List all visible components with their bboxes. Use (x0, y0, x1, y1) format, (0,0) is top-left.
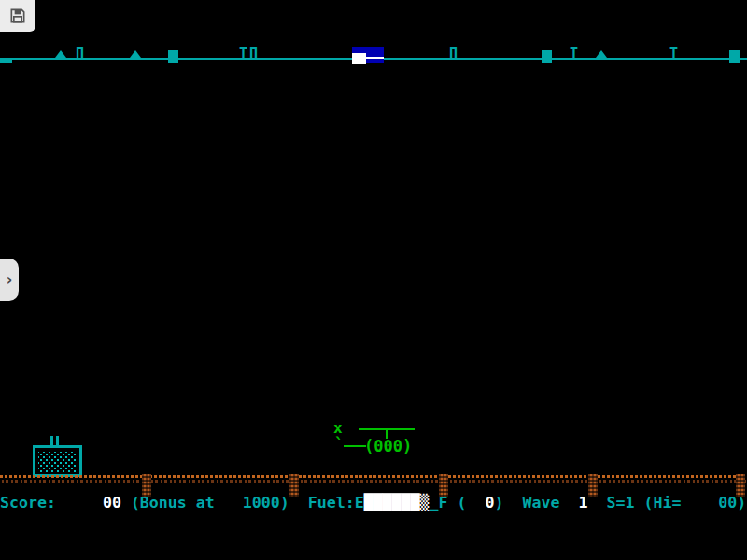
minimap-item-square (168, 50, 178, 63)
sidebar-toggle-button[interactable]: › (0, 259, 19, 301)
minimap-item-square (542, 50, 552, 63)
status-segment: 0 (486, 494, 495, 511)
minimap-item-pillars: Π (449, 47, 458, 60)
floppy-disk-icon (8, 7, 27, 25)
chevron-right-icon: › (7, 271, 13, 288)
status-segment: 1 (578, 494, 587, 511)
minimap-item-pillars: Π (76, 47, 84, 60)
save-button[interactable] (0, 0, 35, 32)
helicopter-tail-boom (344, 445, 366, 447)
helicopter-tail: ` (334, 435, 344, 454)
minimap-item-tee: T (239, 47, 247, 60)
status-segment: S=1 (Hi= 00) (587, 494, 746, 511)
minimap-item-tee: T (669, 47, 678, 60)
dos-game-screen[interactable]: ΠTΠΠTT x ` (000) Score: 00 (Bonus at 100… (0, 0, 747, 560)
status-segment: ) Wave (495, 494, 579, 511)
helicopter-body: (000) (364, 437, 412, 455)
minimap-terrain-line-stub (0, 58, 12, 63)
minimap-strip: ΠTΠΠTT (0, 0, 747, 75)
status-segment: _F ( (430, 494, 486, 511)
status-segment: (Bonus at 1000) Fuel:E (121, 494, 364, 511)
status-segment: ██████ (364, 494, 420, 511)
status-segment: 00 (103, 494, 121, 511)
minimap-player-marker (352, 53, 366, 64)
status-segment: Score: (0, 494, 103, 511)
minimap-item-square (729, 50, 740, 63)
minimap-item-triangle (55, 50, 66, 58)
minimap-item-pillars: Π (249, 47, 258, 60)
status-segment: ▒ (420, 494, 430, 511)
status-bar: Score: 00 (Bonus at 1000) Fuel:E██████▒_… (0, 493, 747, 513)
minimap-item-triangle (130, 50, 141, 58)
fuel-tank-body (33, 445, 82, 477)
minimap-item-tee: T (570, 47, 578, 60)
ground-strip (0, 475, 747, 483)
minimap-item-triangle (596, 50, 607, 58)
fuel-tank-fill-pattern (38, 452, 77, 472)
minimap-item-viewport (352, 47, 384, 63)
